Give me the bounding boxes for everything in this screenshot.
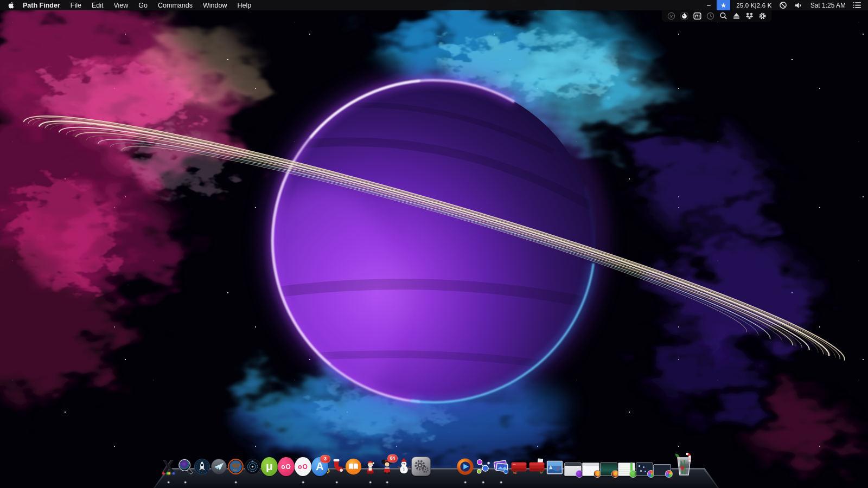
dock-item-oo-pink-app[interactable]: oO bbox=[278, 457, 295, 476]
menu-app-name[interactable]: Path Finder bbox=[23, 2, 60, 9]
running-indicator bbox=[369, 481, 372, 484]
dock-item-paper-plane-app[interactable] bbox=[210, 457, 227, 476]
timer-compass-icon[interactable] bbox=[680, 12, 688, 21]
star-icon: ★ bbox=[720, 2, 726, 9]
dock-item-gift-drive-2[interactable] bbox=[528, 457, 546, 476]
trash-icon bbox=[672, 451, 696, 476]
dial-camera-icon bbox=[244, 457, 261, 476]
star-menu-item[interactable]: ★ bbox=[717, 0, 730, 10]
oo-white-icon: oO bbox=[295, 457, 311, 476]
dock-minimized-window-3[interactable] bbox=[599, 463, 617, 476]
running-indicator bbox=[184, 481, 187, 484]
dock-item-utorrent[interactable]: μ bbox=[261, 457, 278, 476]
search-icon[interactable] bbox=[719, 12, 727, 21]
window-thumbnail bbox=[582, 463, 599, 476]
menu-commands[interactable]: Commands bbox=[158, 2, 193, 9]
running-indicator bbox=[302, 481, 304, 484]
dock-minimized-window-1[interactable] bbox=[564, 463, 582, 476]
mickey-badge: 64 bbox=[387, 454, 398, 463]
aquarium-icon bbox=[546, 459, 564, 476]
utorrent-glyph: μ bbox=[266, 460, 273, 472]
dock-item-stocking-music-app[interactable]: ♪ bbox=[328, 456, 345, 476]
menu-view[interactable]: View bbox=[113, 2, 128, 9]
dock-item-system-preferences[interactable] bbox=[412, 457, 429, 476]
menu-clock[interactable]: Sat 1:25 AM bbox=[810, 2, 846, 9]
running-indicator bbox=[168, 481, 170, 484]
magnifier-app-icon bbox=[177, 457, 194, 476]
menu-bar: Path Finder File Edit View Go Commands W… bbox=[0, 0, 868, 10]
paw-circle-icon[interactable] bbox=[667, 12, 675, 21]
dock-minimized-window-5[interactable] bbox=[635, 463, 653, 476]
apple-menu[interactable] bbox=[7, 1, 14, 9]
apple-icon bbox=[7, 1, 14, 9]
gift-drive-paper-icon bbox=[528, 457, 546, 476]
dock-item-search-app[interactable] bbox=[177, 457, 194, 476]
list-menu-icon[interactable] bbox=[853, 1, 861, 10]
menu-window[interactable]: Window bbox=[203, 2, 227, 9]
running-indicator bbox=[235, 481, 237, 484]
dock-minimized-window-4[interactable] bbox=[617, 463, 635, 476]
books-icon bbox=[345, 457, 362, 476]
volume-icon[interactable] bbox=[795, 1, 803, 10]
window-thumbnail bbox=[564, 463, 582, 476]
dock-item-x-app[interactable]: X bbox=[160, 457, 177, 476]
media-player-icon bbox=[456, 457, 474, 476]
dock-minimized-window-2[interactable] bbox=[582, 463, 599, 476]
oo-pink-icon: oO bbox=[278, 457, 295, 476]
menu-help[interactable]: Help bbox=[237, 2, 251, 9]
menu-file[interactable]: File bbox=[71, 2, 81, 9]
window-thumbnail bbox=[600, 463, 617, 476]
wallpaper-planet-scene bbox=[0, 0, 868, 488]
menu-go[interactable]: Go bbox=[138, 2, 148, 9]
dock-item-snowman-app[interactable] bbox=[395, 457, 412, 476]
globe-browser-icon bbox=[227, 457, 244, 476]
x-light bbox=[173, 472, 175, 474]
nodes-icon bbox=[474, 457, 492, 476]
snowman-icon bbox=[395, 457, 412, 476]
dock-item-dial-app[interactable] bbox=[244, 457, 261, 476]
dock-minimized-window-6[interactable] bbox=[653, 464, 671, 476]
settings-gear-icon[interactable] bbox=[758, 12, 767, 21]
dock: X bbox=[154, 452, 719, 488]
dock-item-santa-app[interactable] bbox=[362, 457, 379, 476]
bartender-dash-icon[interactable] bbox=[707, 5, 711, 6]
window-thumbnail bbox=[618, 463, 635, 476]
x-light bbox=[168, 472, 170, 474]
time-machine-clock-icon[interactable] bbox=[706, 12, 714, 21]
dock-item-share-nodes-app[interactable] bbox=[474, 457, 492, 476]
paper-plane-icon bbox=[210, 457, 227, 476]
rocket-icon bbox=[194, 457, 210, 476]
dock-item-globe-browser[interactable] bbox=[227, 457, 244, 476]
do-not-disturb-icon[interactable] bbox=[779, 1, 788, 10]
dock-trash[interactable] bbox=[671, 451, 697, 476]
dock-item-gift-drive-1[interactable] bbox=[510, 458, 528, 476]
pathfinder-icon[interactable] bbox=[693, 12, 701, 21]
menu-edit[interactable]: Edit bbox=[92, 2, 104, 9]
dock-item-oo-white-app[interactable]: oO bbox=[295, 457, 311, 476]
network-speed-indicator[interactable]: 25.0 K|2.6 K bbox=[736, 2, 772, 9]
music-note-glyph: ♪ bbox=[326, 466, 330, 476]
oo-pink-glyph: oO bbox=[281, 463, 291, 471]
window-thumbnail bbox=[636, 463, 653, 476]
oo-white-glyph: oO bbox=[298, 463, 308, 471]
running-indicator bbox=[482, 481, 484, 484]
dropbox-icon[interactable] bbox=[745, 12, 754, 21]
photos-stack-icon bbox=[492, 457, 510, 476]
eject-icon[interactable] bbox=[732, 12, 741, 21]
running-indicator bbox=[336, 481, 338, 484]
dock-item-rocket-app[interactable] bbox=[194, 457, 210, 476]
utorrent-icon: μ bbox=[261, 457, 278, 476]
system-preferences-icon bbox=[411, 457, 431, 476]
dock-item-media-player[interactable] bbox=[456, 457, 474, 476]
menu-extras-row bbox=[662, 10, 771, 22]
dock-item-mickey-app[interactable]: 64 bbox=[379, 457, 395, 476]
dock-item-books-app[interactable] bbox=[345, 457, 362, 476]
app-store-badge: 3 bbox=[320, 455, 330, 463]
running-indicator bbox=[464, 481, 467, 484]
dock-item-aquarium-image[interactable] bbox=[546, 459, 564, 476]
dock-item-photos-app[interactable] bbox=[492, 457, 510, 476]
gift-drive-icon bbox=[510, 458, 528, 476]
desktop: Path Finder File Edit View Go Commands W… bbox=[0, 0, 868, 488]
santa-icon bbox=[362, 457, 379, 476]
window-thumbnail bbox=[653, 464, 671, 476]
